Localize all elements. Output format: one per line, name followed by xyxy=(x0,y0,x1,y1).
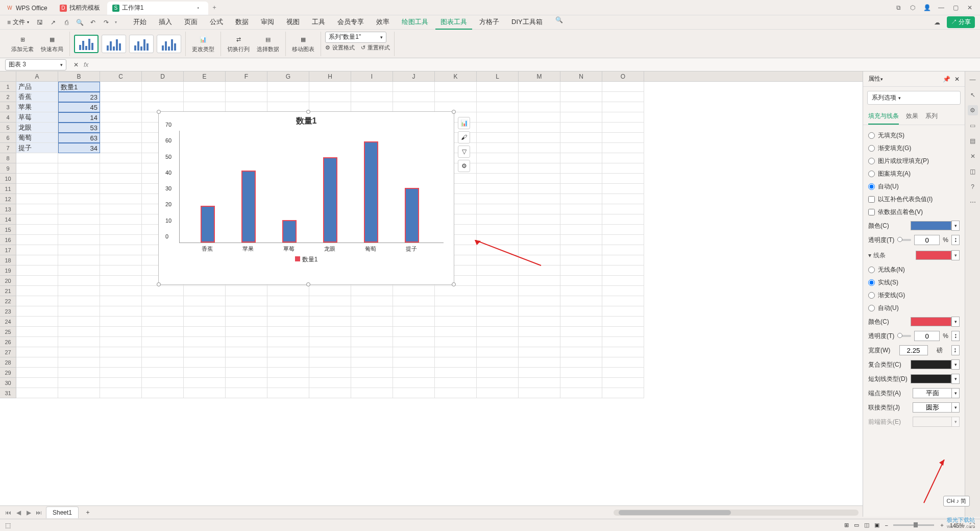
series-options-dropdown[interactable]: 系列选项 ▾ xyxy=(867,91,961,105)
sheet-nav[interactable]: ⏮◀▶⏭ xyxy=(4,509,43,516)
tab-member[interactable]: 会员专享 xyxy=(332,15,369,30)
spinner-icon[interactable]: ⭥ xyxy=(951,331,960,341)
more-tool-icon[interactable]: ⋯ xyxy=(968,197,978,207)
dash-swatch[interactable] xyxy=(911,374,951,383)
chart-bar[interactable] xyxy=(241,171,256,243)
help-tool-icon[interactable]: ? xyxy=(968,182,978,192)
chart-bar[interactable] xyxy=(201,206,215,243)
save-icon[interactable]: 🖫 xyxy=(35,18,44,27)
chart-settings-button[interactable]: ⚙ xyxy=(458,160,470,172)
app-tab-docer[interactable]: D 找稻壳模板 xyxy=(55,2,105,15)
minimize-button[interactable]: — xyxy=(937,4,945,12)
app-tab-workbook[interactable]: S 工作簿1 • xyxy=(107,2,209,15)
row-header[interactable]: 28 xyxy=(0,357,16,368)
search-icon[interactable]: 🔍 xyxy=(555,15,564,25)
style-tool-icon[interactable]: ▭ xyxy=(968,120,978,131)
settings-tool-icon[interactable]: ⚙ xyxy=(968,105,978,115)
worksheet[interactable]: A B C D E F G H I J K L M N O 1234567891… xyxy=(0,71,863,517)
set-format-button[interactable]: ⚙ 设置格式 xyxy=(325,44,355,52)
chart-plot-area[interactable]: 010203040506070香蕉苹果草莓龙眼葡萄提子 xyxy=(179,131,444,243)
row-header[interactable]: 24 xyxy=(0,317,16,327)
chevron-down-icon[interactable]: ▾ xyxy=(951,317,960,327)
tab-chart-tools[interactable]: 图表工具 xyxy=(435,15,472,30)
col-header[interactable]: C xyxy=(100,71,142,81)
tab-home[interactable]: 开始 xyxy=(128,15,152,30)
prop-tab-effect[interactable]: 效果 xyxy=(906,109,918,125)
fill-transp-input[interactable] xyxy=(914,235,940,245)
col-header[interactable]: A xyxy=(16,71,58,81)
line-preview-swatch[interactable] xyxy=(916,251,951,260)
layout-tool-icon[interactable]: ◫ xyxy=(968,166,978,177)
row-header[interactable]: 14 xyxy=(0,214,16,225)
name-box[interactable]: 图表 3 ▾ xyxy=(5,59,66,70)
chart-title[interactable]: 数量1 xyxy=(159,112,454,131)
chart-style-1[interactable] xyxy=(74,35,99,53)
chevron-down-icon[interactable]: ▾ xyxy=(951,359,960,370)
row-header[interactable]: 12 xyxy=(0,194,16,204)
redo-icon[interactable]: ↷ xyxy=(102,18,111,27)
cap-select[interactable] xyxy=(913,388,951,398)
chart-bar[interactable] xyxy=(364,141,378,243)
row-header[interactable]: 5 xyxy=(0,123,16,133)
spinner-icon[interactable]: ⭥ xyxy=(951,345,960,355)
chevron-down-icon[interactable]: ▾ xyxy=(951,250,960,260)
chart-style-button[interactable]: 🖌 xyxy=(458,131,470,143)
prop-tab-fill[interactable]: 填充与线条 xyxy=(868,109,899,125)
row-header[interactable]: 3 xyxy=(0,102,16,112)
select-all-corner[interactable] xyxy=(0,71,16,81)
formula-input[interactable] xyxy=(91,59,980,70)
row-header[interactable]: 26 xyxy=(0,337,16,347)
col-header[interactable]: N xyxy=(560,71,602,81)
chevron-down-icon[interactable]: ▾ xyxy=(951,388,960,398)
add-sheet-button[interactable]: ＋ xyxy=(82,507,94,517)
fill-transp-slider[interactable] xyxy=(897,239,911,241)
collapse-panel-icon[interactable]: — xyxy=(968,75,978,85)
row-header[interactable]: 27 xyxy=(0,347,16,357)
row-header[interactable]: 8 xyxy=(0,153,16,163)
fill-auto-radio[interactable]: 自动(U) xyxy=(868,180,960,193)
tab-review[interactable]: 审阅 xyxy=(256,15,279,30)
col-header[interactable]: J xyxy=(393,71,435,81)
avatar-icon[interactable]: 👤 xyxy=(923,4,931,12)
row-header[interactable]: 9 xyxy=(0,163,16,174)
chart-legend[interactable]: 数量1 xyxy=(159,255,454,264)
tab-efficiency[interactable]: 效率 xyxy=(371,15,395,30)
transform-tool-icon[interactable]: ✕ xyxy=(968,151,978,161)
col-header[interactable]: K xyxy=(435,71,477,81)
row-header[interactable]: 31 xyxy=(0,388,16,398)
move-chart-button[interactable]: ▦ 移动图表 xyxy=(290,33,316,54)
chart-bar[interactable] xyxy=(282,220,297,243)
col-header[interactable]: L xyxy=(477,71,519,81)
cloud-icon[interactable]: ☁ xyxy=(933,18,942,27)
row-header[interactable]: 18 xyxy=(0,255,16,266)
select-data-button[interactable]: ▤ 选择数据 xyxy=(255,33,281,54)
col-header[interactable]: M xyxy=(519,71,560,81)
chart-style-3[interactable] xyxy=(129,35,154,53)
row-header[interactable]: 2 xyxy=(0,92,16,102)
line-width-input[interactable] xyxy=(899,345,928,355)
print-preview-icon[interactable]: 🔍 xyxy=(75,18,84,27)
row-header[interactable]: 30 xyxy=(0,378,16,388)
chart-style-2[interactable] xyxy=(102,35,126,53)
row-header[interactable]: 6 xyxy=(0,133,16,143)
line-color-swatch[interactable] xyxy=(911,317,951,326)
cube-icon[interactable]: ⬡ xyxy=(909,4,917,12)
fx-icon[interactable]: fx xyxy=(84,61,88,68)
switch-rowcol-button[interactable]: ⇄ 切换行列 xyxy=(225,33,252,54)
row-header[interactable]: 13 xyxy=(0,204,16,214)
select-tool-icon[interactable]: ↖ xyxy=(968,90,978,100)
row-header[interactable]: 4 xyxy=(0,112,16,123)
cancel-formula-icon[interactable]: ✕ xyxy=(71,60,81,69)
maximize-button[interactable]: ▢ xyxy=(951,4,960,12)
row-header[interactable]: 15 xyxy=(0,225,16,235)
col-header[interactable]: F xyxy=(226,71,267,81)
new-tab-button[interactable]: ＋ xyxy=(209,3,219,12)
line-none-radio[interactable]: 无线条(N) xyxy=(868,263,960,276)
chart-filter-button[interactable]: ▽ xyxy=(458,146,470,158)
invert-negative-check[interactable]: 以互补色代表负值(I) xyxy=(868,193,960,206)
line-gradient-radio[interactable]: 渐变线(G) xyxy=(868,289,960,302)
close-panel-icon[interactable]: ✕ xyxy=(954,76,960,83)
chevron-down-icon[interactable]: ▾ xyxy=(951,221,960,231)
tab-diy[interactable]: DIY工具箱 xyxy=(506,15,548,30)
line-section-header[interactable]: ▾ 线条 ▾ xyxy=(868,247,960,263)
